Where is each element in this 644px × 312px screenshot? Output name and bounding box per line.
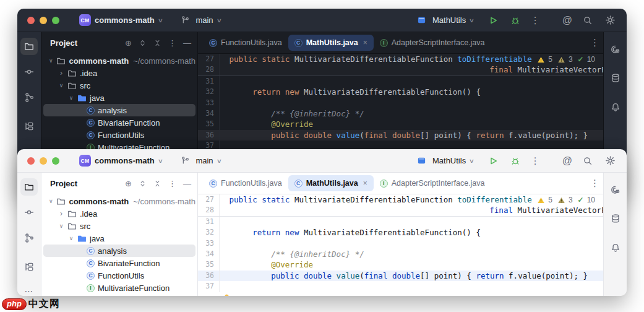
vcs-branch-widget[interactable]: main ∨ xyxy=(174,12,225,29)
tab-mathutils[interactable]: C MathUtils.java × xyxy=(288,35,374,51)
minimize-window-button[interactable] xyxy=(40,17,47,24)
tree-row-root[interactable]: ∨ commons-math ~/commons-math xyxy=(43,195,195,207)
code-line-36: 36 public double value(final double[] po… xyxy=(198,271,603,281)
tree-row-analysis[interactable]: C analysis xyxy=(43,245,195,257)
zoom-window-button[interactable] xyxy=(52,17,59,24)
project-widget[interactable]: CM commons-math ∨ xyxy=(75,153,166,168)
chevron-down-icon[interactable]: ∨ xyxy=(48,58,53,64)
more-tools-icon[interactable]: ⋯ xyxy=(25,286,34,296)
gradle-icon[interactable] xyxy=(607,40,624,58)
vcs-branch-widget[interactable]: main ∨ xyxy=(174,152,225,170)
run-configuration-widget[interactable]: MathUtils ∨ xyxy=(411,152,478,170)
tree-row-idea[interactable]: › .idea xyxy=(43,207,195,220)
code-with-me-icon[interactable]: @ xyxy=(562,155,572,167)
chevron-down-icon[interactable]: ∨ xyxy=(58,82,64,89)
tree-row-multivariatefunction[interactable]: I MultivariateFunction xyxy=(43,282,195,294)
chevron-down-icon[interactable]: ∨ xyxy=(58,223,64,229)
code-line-28: 28 final MultivariateVectorFu xyxy=(198,64,603,75)
close-window-button[interactable] xyxy=(27,157,35,165)
search-everywhere-icon[interactable] xyxy=(581,14,595,27)
chevron-right-icon[interactable]: › xyxy=(58,209,64,218)
code-line-32: 32 return new MultivariateDifferentiable… xyxy=(198,87,603,97)
tab-options-icon[interactable]: ⋮ xyxy=(590,37,599,48)
notifications-bell-icon[interactable] xyxy=(607,239,624,256)
tree-row-root[interactable]: ∨ commons-math ~/commons-math xyxy=(43,54,195,67)
folder-icon xyxy=(67,222,77,231)
panel-options-icon[interactable]: ⋮ xyxy=(168,39,176,47)
database-icon[interactable] xyxy=(607,69,624,87)
inspection-widget[interactable]: 5 3 ✓ 10 xyxy=(533,54,597,65)
tree-row-analysis[interactable]: C analysis xyxy=(43,104,195,116)
tab-adapterscriptinterface[interactable]: I AdapterScriptInterface.java xyxy=(374,175,491,191)
gradle-icon[interactable] xyxy=(607,181,624,198)
tree-row-java[interactable]: ∨ java xyxy=(43,92,195,104)
commit-tool-button[interactable] xyxy=(20,63,38,80)
close-tab-icon[interactable]: × xyxy=(363,179,367,188)
warning-count: 5 xyxy=(548,54,552,65)
locate-file-icon[interactable]: ⊕ xyxy=(125,180,132,188)
tab-options-icon[interactable]: ⋮ xyxy=(590,178,599,189)
collapse-all-icon[interactable] xyxy=(153,180,161,188)
project-panel-header: Project ⊕ ⋮ — xyxy=(41,32,197,53)
tab-mathutils[interactable]: C MathUtils.java × xyxy=(288,175,374,191)
minimize-window-button[interactable] xyxy=(40,157,47,165)
tree-path: ~/commons-math xyxy=(133,56,195,66)
hide-panel-icon[interactable]: — xyxy=(183,39,191,47)
structure-tool-button[interactable] xyxy=(20,118,38,135)
tree-row-bivariatefunction[interactable]: C BivariateFunction xyxy=(43,257,195,269)
code-with-me-icon[interactable]: @ xyxy=(562,15,572,26)
search-everywhere-icon[interactable] xyxy=(581,154,595,168)
tree-label: analysis xyxy=(98,246,127,256)
project-tool-button[interactable] xyxy=(20,38,38,55)
settings-gear-icon[interactable] xyxy=(603,154,617,168)
tree-row-idea[interactable]: › .idea xyxy=(43,67,195,79)
notifications-bell-icon[interactable] xyxy=(607,98,624,116)
tab-functionutils[interactable]: C FunctionUtils.java xyxy=(203,35,288,51)
project-name: commons-math xyxy=(95,15,155,25)
project-widget[interactable]: CM commons-math ∨ xyxy=(75,12,166,28)
tab-functionutils[interactable]: C FunctionUtils.java xyxy=(203,175,288,191)
settings-gear-icon[interactable] xyxy=(603,14,617,27)
run-button[interactable] xyxy=(486,14,500,27)
tree-row-bivariatefunction[interactable]: C BivariateFunction xyxy=(43,116,195,129)
expand-all-icon[interactable] xyxy=(139,39,147,47)
tree-row-functionutils[interactable]: C FunctionUtils xyxy=(43,129,195,141)
tree-row-src[interactable]: ∨ src xyxy=(43,79,195,92)
hide-panel-icon[interactable]: — xyxy=(183,180,191,188)
editor[interactable]: 27 public static MultivariateDifferentia… xyxy=(198,194,603,296)
git-tool-button[interactable] xyxy=(20,229,38,246)
expand-all-icon[interactable] xyxy=(139,180,147,188)
typo-count: 10 xyxy=(587,195,595,206)
inspection-widget[interactable]: 5 3 ✓ 10 xyxy=(533,195,597,206)
run-configuration-widget[interactable]: MathUtils ∨ xyxy=(411,12,478,29)
locate-file-icon[interactable]: ⊕ xyxy=(125,39,132,47)
database-icon[interactable] xyxy=(607,210,624,227)
close-window-button[interactable] xyxy=(27,17,35,24)
run-button[interactable] xyxy=(486,154,500,168)
chevron-down-icon[interactable]: ∨ xyxy=(48,198,53,204)
close-tab-icon[interactable]: × xyxy=(363,38,367,47)
debug-button[interactable] xyxy=(509,154,522,168)
collapse-all-icon[interactable] xyxy=(153,39,161,47)
panel-options-icon[interactable]: ⋮ xyxy=(168,180,176,188)
tab-adapterscriptinterface[interactable]: I AdapterScriptInterface.java xyxy=(374,35,491,51)
ide-window-light: CM commons-math ∨ main ∨ MathUtils ∨ xyxy=(17,149,627,296)
commit-tool-button[interactable] xyxy=(20,204,38,221)
more-actions-icon[interactable]: ⋮ xyxy=(531,155,540,167)
tree-row-src[interactable]: ∨ src xyxy=(43,220,195,232)
more-actions-icon[interactable]: ⋮ xyxy=(531,15,540,26)
chevron-down-icon[interactable]: ∨ xyxy=(68,235,74,241)
code-line-28: 28 final MultivariateVectorFu xyxy=(198,205,603,215)
tree-row-java[interactable]: ∨ java xyxy=(43,232,195,245)
sticky-lines: 27 public static MultivariateDifferentia… xyxy=(198,54,603,76)
tree-label: FunctionUtils xyxy=(98,271,144,280)
git-tool-button[interactable] xyxy=(20,89,38,106)
chevron-right-icon[interactable]: › xyxy=(58,69,64,77)
chevron-down-icon[interactable]: ∨ xyxy=(68,95,74,101)
line-number: 32 xyxy=(198,227,219,238)
tree-row-functionutils[interactable]: C FunctionUtils xyxy=(43,269,195,282)
project-tool-button[interactable] xyxy=(20,178,38,196)
debug-button[interactable] xyxy=(509,14,522,27)
zoom-window-button[interactable] xyxy=(52,157,59,165)
structure-tool-button[interactable] xyxy=(20,258,38,275)
